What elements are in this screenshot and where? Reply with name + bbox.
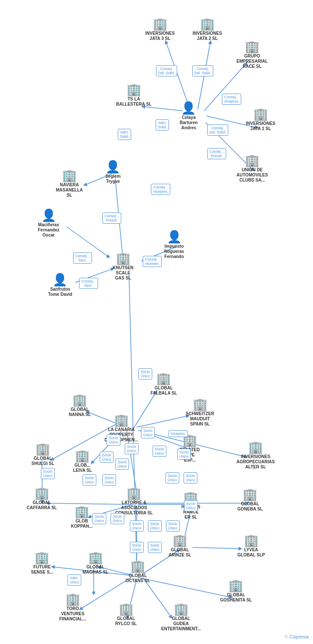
- seglem-node[interactable]: 👤 Seglem Trygve: [105, 161, 121, 184]
- lyvea-global-node[interactable]: 🏢 LYVEA GLOBAL SLP: [237, 535, 265, 558]
- badge-socio-unico-octans1[interactable]: SocioÚnico: [130, 520, 144, 532]
- global-falbala-node[interactable]: 🏢 GLOBAL FALBALA SL: [150, 373, 177, 396]
- badge-socio-unico-canaria2[interactable]: SocioÚnico: [107, 434, 120, 446]
- jata2-label: INVERSIONES JATA 2 SL: [193, 31, 222, 41]
- schweitzer-node[interactable]: 🏢 SCHWEITZER MAUDUIT SPAIN SL: [186, 398, 214, 427]
- badge-consej-presid-1[interactable]: Consej. .Presid.: [207, 148, 226, 159]
- knutsen-node[interactable]: 🏢 KNUTSEN SCALE GAS SL: [113, 252, 133, 281]
- badge-consej-presid-2[interactable]: Consej. .Presid.: [102, 213, 121, 224]
- badge-consej-secr-1[interactable]: Consej. .Secr.: [73, 252, 92, 264]
- union-automoviles-node[interactable]: 🏢 UNION DE AUTOMOVILES CLUBS SA...: [236, 155, 268, 183]
- grupo-icon: 🏢: [245, 41, 260, 53]
- impuesto-node[interactable]: 👤 Impuesto Nogueras Fernando: [164, 231, 184, 259]
- global-rylco-node[interactable]: 🏢 GLOBAL RYLCO SL: [115, 603, 137, 626]
- latorre-node[interactable]: 🏢 LATORRE & ASOCIADOS CONSULTORIA SL: [115, 487, 153, 516]
- badge-socio-unico-arinze1[interactable]: SocioÚnico: [130, 542, 144, 553]
- svg-line-15: [138, 577, 232, 598]
- badge-socio-unico-canaria5[interactable]: SocioÚnico: [115, 459, 129, 470]
- global-goneba-node[interactable]: 🏢 GLOBAL GONEBA SL: [237, 489, 263, 512]
- arinze-icon: 🏢: [172, 535, 187, 547]
- global-shulgi-node[interactable]: 🏢 GLOBAL SHULGI SL: [31, 443, 54, 466]
- badge-socio-unico-octans2[interactable]: SocioÚnico: [148, 520, 162, 532]
- ts-ballestera-label: TS LA BALLESTERA SL: [116, 97, 151, 107]
- global-goshenita-node[interactable]: 🏢 GLOBAL GOSHENITA SL: [220, 580, 252, 603]
- goshenita-icon: 🏢: [228, 580, 243, 592]
- koppan-icon: 🏢: [74, 506, 89, 518]
- schweitzer-label: SCHWEITZER MAUDUIT SPAIN SL: [186, 411, 214, 427]
- toro-icon: 🏢: [65, 593, 80, 605]
- inversiones-jata3-node[interactable]: 🏢 INVERSIONES JATA 3 SL: [145, 18, 175, 41]
- badge-socio-unico-related2[interactable]: SocioÚnico: [177, 449, 191, 460]
- toro-ventures-node[interactable]: 🏢 TORO VENTURES FINANCIAL...: [59, 593, 86, 622]
- rylco-label: GLOBAL RYLCO SL: [115, 616, 137, 626]
- badge-socio-unico-koppan2[interactable]: SocioÚnico: [110, 513, 124, 524]
- global-nanna-node[interactable]: 🏢 GLOBAL NANNA SL: [69, 394, 91, 417]
- celaya-icon: 👤: [181, 102, 196, 114]
- sanfrutos-node[interactable]: 👤 Sanfrutos Tome David: [48, 274, 72, 297]
- badge-socio-unico-leiva1[interactable]: SocioÚnico: [83, 474, 96, 486]
- badge-consej-vicepres-1[interactable]: Consej. .Vicepres.: [222, 94, 241, 105]
- future-icon: 🏢: [34, 552, 49, 564]
- glob-koppan-node[interactable]: 🏢 GLOB KOPPAN...: [71, 506, 92, 529]
- jata2-icon: 🏢: [200, 18, 215, 30]
- watermark: © Cมpresia: [285, 633, 309, 641]
- badge-socio-unico-related1[interactable]: SocioÚnico: [153, 446, 166, 457]
- badge-socio-unico-koppan1[interactable]: SocioÚnico: [92, 513, 106, 524]
- sanfrutos-label: Sanfrutos Tome David: [48, 287, 72, 297]
- badge-consej-del-solid-3[interactable]: Consej.Del. Solid.: [207, 125, 228, 136]
- naviera-masanella-node[interactable]: 🏢 NAVIERA MASANELLA SL: [56, 170, 83, 198]
- inversiones-jata2-node[interactable]: 🏢 INVERSIONES JATA 2 SL: [193, 18, 222, 41]
- badge-vicepres-canaria[interactable]: Vicepres.: [169, 430, 188, 437]
- badge-socio-unico-arinze2[interactable]: SocioÚnico: [148, 542, 162, 553]
- badge-consej-del-solid-1[interactable]: Consej.Del. Solid.: [156, 65, 177, 76]
- badge-adm-solid-2[interactable]: Adm.Solid.: [118, 129, 131, 140]
- ts-ballestera-icon: 🏢: [126, 84, 141, 96]
- inversiones-jata1-node[interactable]: 🏢 INVERSIONES JATA 1 SL: [246, 108, 275, 131]
- badge-consej-vicepres-2[interactable]: Consej. .Vicepres.: [151, 184, 170, 195]
- knutsen-building-icon: 🏢: [116, 252, 131, 264]
- badge-socio-unico-shulgi[interactable]: SocioÚnico: [41, 468, 55, 479]
- badge-socio-unico-canaria4[interactable]: SocioÚnico: [100, 452, 114, 463]
- ts-ballestera-node[interactable]: 🏢 TS LA BALLESTERA SL: [116, 84, 151, 107]
- badge-adm-unico[interactable]: Adm.Único: [68, 574, 81, 586]
- future-sense-node[interactable]: 🏢 FUTURE SENSE S...: [31, 552, 53, 575]
- badge-socio-unico-hd2[interactable]: SocioÚnico: [184, 472, 197, 483]
- badge-consej-secr-2[interactable]: Consej. .Secr.: [79, 278, 98, 289]
- impuesto-icon: 👤: [167, 231, 182, 243]
- shulgi-label: GLOBAL SHULGI SL: [31, 456, 54, 466]
- badge-socio-unico-leiva2[interactable]: SocioÚnico: [102, 474, 116, 486]
- agro-label: INVERSIONES AGROPECUARIAS ALTER SL: [236, 454, 275, 470]
- future-label: FUTURE SENSE S...: [31, 565, 53, 575]
- gudea-label: GLOBAL GUDEA ENTERTAINMENT...: [161, 616, 201, 632]
- global-caffarra-node[interactable]: 🏢 GLOBAL CAFFARRA SL: [27, 487, 57, 510]
- grupo-empresarial-node[interactable]: 🏢 GRUPO EMPRESARIAL RACE SL: [236, 41, 268, 69]
- global-octans-node[interactable]: 🏢 GLOBAL OCTANS SL: [126, 560, 150, 583]
- latorre-icon: 🏢: [126, 487, 141, 499]
- badge-socio-unico-hd1[interactable]: SocioÚnico: [166, 472, 179, 483]
- global-gudea-node[interactable]: 🏢 GLOBAL GUDEA ENTERTAINMENT...: [161, 603, 201, 632]
- badge-socio-unico-falbala[interactable]: SocioÚnico: [138, 368, 152, 380]
- seglem-label: Seglem Trygve: [105, 174, 121, 184]
- global-maghas-node[interactable]: 🏢 GLOBAL MAGHAS SL: [83, 552, 108, 575]
- canaria-icon: 🏢: [114, 414, 129, 426]
- leiva-icon: 🏢: [75, 450, 90, 462]
- badge-socio-unico-canaria3[interactable]: SocioÚnico: [125, 443, 138, 454]
- jata1-label: INVERSIONES JATA 1 SL: [246, 121, 275, 131]
- macinieras-node[interactable]: 👤 Maciñeras Fernandez Oscar: [38, 210, 59, 238]
- falbala-icon: 🏢: [156, 373, 171, 385]
- macinieras-icon: 👤: [41, 210, 56, 222]
- inversiones-agro-node[interactable]: 🏢 INVERSIONES AGROPECUARIAS ALTER SL: [236, 441, 275, 470]
- badge-socio-unico-hd3[interactable]: SocioÚnico: [184, 500, 198, 511]
- grupo-label: GRUPO EMPRESARIAL RACE SL: [236, 54, 268, 69]
- badge-consej-vicesecr[interactable]: Consej. .Vicesecr.: [143, 256, 162, 267]
- maghas-icon: 🏢: [88, 552, 103, 564]
- badge-consej-del-solid-2[interactable]: Consej.Del. Solid.: [192, 65, 213, 76]
- arinze-label: GLOBAL ARINZE SL: [169, 547, 191, 558]
- badge-adm-solid-1[interactable]: Adm.Solid.: [156, 119, 169, 131]
- badge-socio-unico-canaria1[interactable]: SocioÚnico: [141, 427, 155, 438]
- badge-socio-unico-octans3[interactable]: SocioÚnico: [166, 520, 180, 532]
- celaya-node[interactable]: 👤 Celaya Barturen Andres: [180, 102, 198, 131]
- macinieras-label: Maciñeras Fernandez Oscar: [38, 222, 59, 238]
- global-arinze-node[interactable]: 🏢 GLOBAL ARINZE SL: [169, 535, 191, 558]
- global-leiva-node[interactable]: 🏢 GLOB... LEIVA SL: [73, 450, 92, 473]
